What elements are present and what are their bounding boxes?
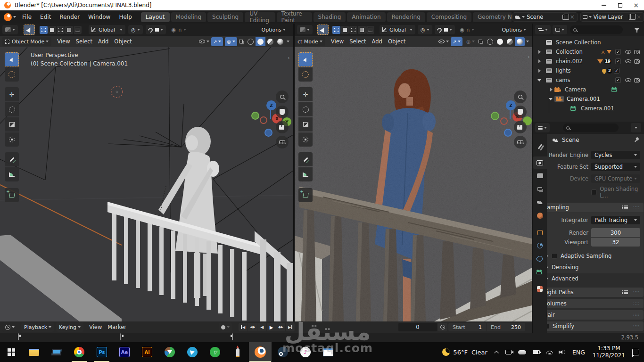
light-paths-panel-header[interactable]: Light Paths ∷∷ <box>533 288 644 297</box>
transform-orientation-left[interactable]: Global <box>89 25 125 34</box>
select-mode-subtract-icon[interactable] <box>57 26 65 34</box>
options-right[interactable]: Options <box>499 25 529 34</box>
pan-hand-icon[interactable] <box>514 106 527 118</box>
new-view-layer-icon[interactable] <box>629 15 633 20</box>
tab-geometry-nodes[interactable]: Geometry Nod <box>473 12 512 22</box>
camera-view-icon[interactable] <box>514 121 527 133</box>
telegram-icon[interactable] <box>181 342 204 362</box>
disable-render-icon[interactable] <box>634 78 640 82</box>
editor-type-button-left[interactable] <box>2 25 18 34</box>
shading-wireframe-icon[interactable] <box>246 37 256 46</box>
prev-keyframe-button[interactable]: ◀◆ <box>248 323 257 331</box>
tool-move-icon[interactable]: ✛ <box>5 87 19 101</box>
gizmos-toggle-right[interactable]: ↗ <box>451 37 462 46</box>
tool-transform-icon[interactable] <box>5 132 19 147</box>
tab-constraints-icon[interactable] <box>533 239 547 252</box>
weather-condition[interactable]: Clear <box>471 349 487 356</box>
select-menu-right[interactable]: Select <box>347 37 369 46</box>
clock-datetime[interactable]: 1:33 PM 11/28/2021 <box>593 345 625 359</box>
tool-measure-icon[interactable] <box>298 167 313 181</box>
outliner-row-lights[interactable]: lights 2 ✓ <box>533 66 644 75</box>
select-menu-left[interactable]: Select <box>73 37 95 46</box>
tab-object-icon[interactable] <box>533 226 547 239</box>
tab-animation[interactable]: Animation <box>347 12 385 22</box>
outliner-row-cams[interactable]: cams ✓ <box>533 75 644 85</box>
tab-uv-editing[interactable]: UV Editing <box>245 12 275 22</box>
remove-view-layer-icon[interactable]: × <box>634 14 644 20</box>
chrome-icon[interactable] <box>68 342 91 362</box>
tool-select-box-icon[interactable] <box>5 52 19 66</box>
hide-eye-icon[interactable] <box>625 59 631 63</box>
menu-edit[interactable]: Edit <box>36 12 55 22</box>
tab-view-layer-icon[interactable] <box>533 183 547 195</box>
object-menu-left[interactable]: Object <box>111 37 134 46</box>
device-dropdown[interactable]: GPU Compute <box>591 174 640 183</box>
wifi-icon[interactable] <box>546 350 553 354</box>
tab-world-icon[interactable] <box>533 209 547 222</box>
shading-material-icon[interactable] <box>265 37 275 46</box>
panel-grip-icon[interactable]: ∷∷ <box>634 301 640 306</box>
idm-icon[interactable] <box>158 342 181 362</box>
tab-compositing[interactable]: Compositing <box>427 12 471 22</box>
proportional-edit-right[interactable]: ◉∩ <box>457 25 478 34</box>
pivot-point-left[interactable]: ◎ <box>128 25 143 34</box>
tab-tool-icon[interactable] <box>533 140 547 153</box>
object-visibility-left[interactable] <box>199 40 209 43</box>
tab-material-icon[interactable] <box>533 283 547 295</box>
timeline-marker-menu[interactable]: Marker <box>105 323 129 332</box>
tab-physics-icon[interactable] <box>533 253 547 265</box>
shading-rendered-icon[interactable] <box>515 37 525 46</box>
outliner-filter-icon[interactable] <box>635 28 639 31</box>
shading-solid-icon[interactable] <box>495 37 505 46</box>
viewport-3d-right[interactable]: ✛ + Z X ‹ <box>295 47 532 321</box>
battery-icon[interactable] <box>533 350 540 354</box>
object-visibility-right[interactable] <box>438 40 449 43</box>
panel-grip-icon[interactable]: ∷∷ <box>634 313 640 317</box>
presets-icon[interactable] <box>624 290 628 294</box>
shading-solid-icon[interactable] <box>256 37 265 46</box>
select-mode-new-icon[interactable] <box>332 26 340 34</box>
tab-rendering[interactable]: Rendering <box>387 12 425 22</box>
camera-view-icon[interactable] <box>276 121 289 133</box>
pin-icon[interactable] <box>634 137 639 143</box>
xray-toggle-right[interactable] <box>479 40 482 43</box>
scene-name[interactable]: Scene <box>527 14 561 20</box>
mode-selector-right[interactable]: ct Mode <box>295 37 325 46</box>
transform-orientation-right[interactable]: Global <box>380 25 415 34</box>
sidebar-collapse-arrow[interactable]: ‹ <box>528 54 529 60</box>
disable-render-icon[interactable] <box>634 50 640 54</box>
pan-hand-icon[interactable] <box>276 106 289 118</box>
frame-start-field[interactable]: Start1 <box>448 323 486 331</box>
weather-temp[interactable]: 56°F <box>453 349 468 356</box>
tool-add-cube-icon[interactable]: + <box>298 188 313 202</box>
meet-now-icon[interactable] <box>505 350 512 354</box>
sidebar-collapse-arrow[interactable]: ‹ <box>288 55 289 61</box>
scene-icon[interactable] <box>513 16 527 19</box>
integrator-dropdown[interactable]: Path Tracing <box>591 216 640 224</box>
viewport-divider[interactable] <box>293 24 295 321</box>
tab-texture-paint[interactable]: Texture Paint <box>277 12 312 22</box>
select-mode-extend-icon[interactable] <box>48 26 56 34</box>
proportional-edit-left[interactable]: ◉∩ <box>169 25 190 34</box>
panel-grip-icon[interactable]: ∷∷ <box>634 324 640 329</box>
perspective-toggle-icon[interactable] <box>514 136 527 148</box>
scene-selector[interactable]: Scene × <box>512 12 578 22</box>
minimize-button[interactable] <box>596 0 612 10</box>
tab-shading[interactable]: Shading <box>314 12 346 22</box>
use-preview-range-icon[interactable] <box>438 323 447 331</box>
properties-editor-type-button[interactable] <box>535 123 550 132</box>
simplify-panel-header[interactable]: Simplify ∷∷ <box>533 321 644 331</box>
editor-type-button-right[interactable] <box>297 25 313 34</box>
after-effects-icon[interactable]: Ae <box>113 342 136 362</box>
play-button[interactable]: ▶ <box>267 323 276 331</box>
shading-material-icon[interactable] <box>505 37 515 46</box>
object-menu-right[interactable]: Object <box>385 37 408 46</box>
language-indicator[interactable]: ENG <box>572 349 585 356</box>
tab-modeling[interactable]: Modeling <box>171 12 206 22</box>
axis-x-negative[interactable] <box>500 117 508 125</box>
green-triangle-app-icon[interactable]: ▽ <box>204 342 226 362</box>
current-frame-field[interactable]: 0 <box>398 323 437 331</box>
osl-checkbox[interactable] <box>591 189 596 195</box>
properties-options-chevron[interactable] <box>631 123 641 132</box>
select-mode-invert-icon[interactable] <box>65 26 73 34</box>
